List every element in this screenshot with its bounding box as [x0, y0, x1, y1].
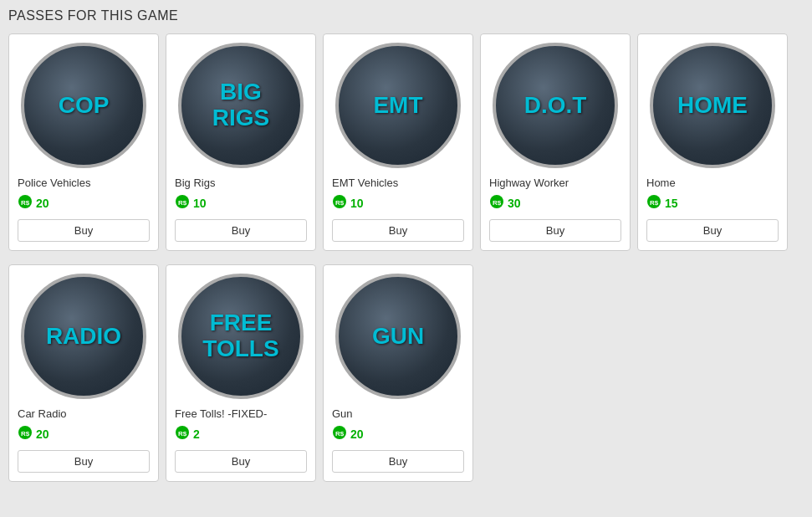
robux-icon: R$ [332, 194, 347, 212]
buy-button-cop[interactable]: Buy [18, 219, 150, 242]
pass-card-free-tolls: FREE TOLLSFree Tolls! -FIXED- R$ 2Buy [166, 264, 316, 482]
pass-card-emt: EMTEMT Vehicles R$ 10Buy [323, 33, 473, 251]
row-0: COPPolice Vehicles R$ 20BuyBIG RIGSBig R… [8, 33, 788, 251]
pass-icon-text-home: HOME [673, 89, 752, 123]
buy-button-radio[interactable]: Buy [18, 450, 150, 473]
svg-text:R$: R$ [335, 199, 345, 207]
buy-button-free-tolls[interactable]: Buy [175, 450, 307, 473]
svg-text:R$: R$ [493, 199, 502, 207]
price-amount-free-tolls: 2 [193, 427, 200, 441]
pass-card-cop: COPPolice Vehicles R$ 20Buy [8, 33, 159, 251]
svg-text:R$: R$ [178, 430, 187, 438]
pass-card-dot: D.O.THighway Worker R$ 30Buy [480, 33, 631, 251]
price-amount-emt: 10 [350, 197, 364, 210]
pass-card-radio: RADIOCar Radio R$ 20Buy [8, 264, 159, 482]
pass-icon-free-tolls: FREE TOLLS [178, 274, 304, 399]
svg-text:R$: R$ [21, 199, 30, 207]
buy-button-big-rigs[interactable]: Buy [175, 219, 307, 242]
pass-name-cop: Police Vehicles [18, 177, 90, 189]
buy-button-home[interactable]: Buy [646, 219, 779, 242]
price-amount-dot: 30 [508, 197, 521, 210]
price-amount-big-rigs: 10 [193, 197, 207, 210]
price-amount-home: 15 [665, 197, 678, 210]
price-amount-radio: 20 [36, 427, 49, 441]
pass-price-dot: R$ 30 [489, 194, 521, 212]
pass-price-radio: R$ 20 [18, 425, 49, 443]
pass-icon-text-big-rigs: BIG RIGS [208, 75, 273, 136]
pass-icon-text-emt: EMT [369, 89, 426, 123]
pass-name-home: Home [646, 177, 676, 189]
pass-name-emt: EMT Vehicles [332, 177, 398, 189]
pass-price-home: R$ 15 [646, 194, 678, 212]
pass-card-big-rigs: BIG RIGSBig Rigs R$ 10Buy [166, 33, 316, 251]
pass-icon-text-dot: D.O.T [520, 89, 591, 123]
robux-icon: R$ [18, 425, 33, 443]
robux-icon: R$ [175, 194, 190, 212]
pass-icon-big-rigs: BIG RIGS [178, 43, 304, 168]
pass-icon-emt: EMT [335, 43, 461, 168]
pass-icon-text-cop: COP [54, 89, 114, 123]
robux-icon: R$ [18, 194, 33, 212]
robux-icon: R$ [489, 194, 504, 212]
pass-price-emt: R$ 10 [332, 194, 364, 212]
price-amount-gun: 20 [350, 427, 364, 441]
pass-icon-text-gun: GUN [368, 320, 428, 354]
pass-icon-dot: D.O.T [493, 43, 618, 168]
buy-button-dot[interactable]: Buy [489, 219, 621, 242]
pass-icon-cop: COP [21, 43, 146, 168]
pass-card-gun: GUNGun R$ 20Buy [323, 264, 473, 482]
pass-price-big-rigs: R$ 10 [175, 194, 207, 212]
svg-text:R$: R$ [21, 430, 30, 438]
page-title: PASSES FOR THIS GAME [8, 8, 804, 23]
pass-icon-home: HOME [650, 43, 775, 168]
pass-icon-text-radio: RADIO [42, 320, 125, 354]
svg-text:R$: R$ [335, 430, 345, 438]
pass-card-home: HOMEHome R$ 15Buy [637, 33, 788, 251]
passes-grid: COPPolice Vehicles R$ 20BuyBIG RIGSBig R… [8, 33, 804, 489]
row-1: RADIOCar Radio R$ 20BuyFREE TOLLSFree To… [8, 264, 473, 482]
pass-name-dot: Highway Worker [489, 177, 569, 189]
pass-name-gun: Gun [332, 407, 353, 420]
robux-icon: R$ [646, 194, 661, 212]
price-amount-cop: 20 [36, 197, 49, 210]
pass-price-free-tolls: R$ 2 [175, 425, 200, 443]
pass-name-free-tolls: Free Tolls! -FIXED- [175, 407, 267, 420]
svg-text:R$: R$ [650, 199, 659, 207]
svg-text:R$: R$ [178, 199, 187, 207]
robux-icon: R$ [175, 425, 190, 443]
robux-icon: R$ [332, 425, 347, 443]
pass-price-gun: R$ 20 [332, 425, 364, 443]
pass-price-cop: R$ 20 [18, 194, 49, 212]
buy-button-gun[interactable]: Buy [332, 450, 464, 473]
pass-name-big-rigs: Big Rigs [175, 177, 215, 189]
pass-name-radio: Car Radio [18, 407, 67, 420]
buy-button-emt[interactable]: Buy [332, 219, 464, 242]
pass-icon-radio: RADIO [21, 274, 146, 399]
pass-icon-gun: GUN [335, 274, 461, 399]
pass-icon-text-free-tolls: FREE TOLLS [198, 306, 283, 366]
